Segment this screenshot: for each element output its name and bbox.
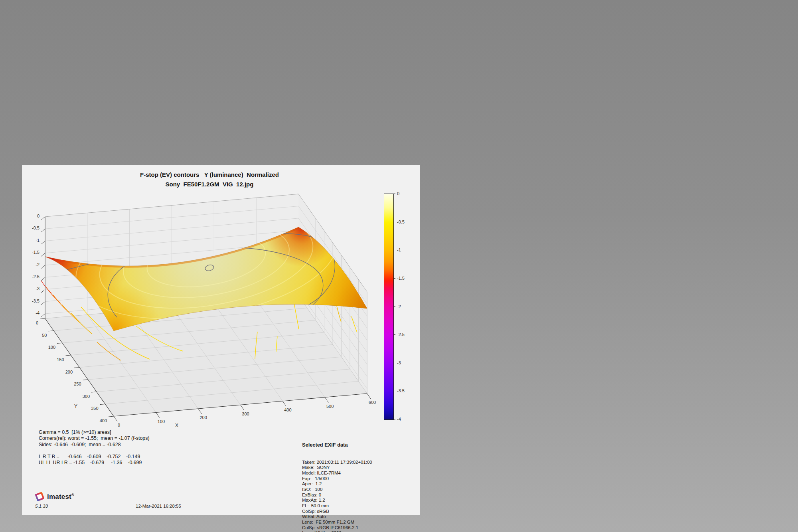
colorbar-gradient (384, 194, 394, 420)
x-tick (198, 409, 202, 414)
imatest-logo: imatest® (35, 492, 74, 501)
exif-lines: Taken: 2021:03:11 17:39:02+01:00 Make: S… (302, 460, 372, 532)
colorbar-tick-label: -3.5 (397, 388, 405, 393)
timestamp-label: 12-Mar-2021 16:28:55 (115, 504, 202, 508)
y-tick-label: 200 (65, 370, 73, 374)
z-tick (41, 217, 45, 220)
z-tick (41, 314, 45, 317)
colorbar-tick-label: -3 (397, 360, 401, 365)
x-tick (325, 398, 328, 403)
version-label: 5.1.33 (35, 504, 48, 508)
y-tick (100, 404, 105, 404)
vignetting-stats-text: Gamma = 0.5 [1% (>=10) areas] Corners(re… (39, 429, 150, 466)
colorbar-tick-label: -2 (397, 304, 401, 309)
y-axis-title: Y (74, 403, 77, 409)
colorbar-tick (393, 334, 395, 335)
x-tick-label: 100 (158, 419, 165, 424)
colorbar-tick (393, 222, 395, 222)
z-tick (41, 241, 45, 245)
chart-title: F-stop (EV) contours Y (luminance) Norma… (22, 170, 397, 189)
chart-title-line1: F-stop (EV) contours Y (luminance) Norma… (140, 171, 279, 178)
y-tick (57, 343, 62, 343)
colorbar-tick (393, 194, 395, 194)
colorbar-tick-label: -2.5 (397, 332, 405, 337)
desktop-background: 0-0.5-1-1.5-2-2.5-3-3.5-4050100150200250… (0, 0, 798, 532)
registered-mark: ® (71, 493, 74, 497)
z-tick (41, 253, 45, 257)
z-tick-label: -1.5 (32, 250, 40, 255)
x-tick-label: 300 (242, 411, 249, 416)
z-tick-label: -4 (36, 310, 40, 315)
chart-title-line2: Sony_FE50F1.2GM_VIG_12.jpg (166, 181, 254, 188)
x-tick-label: 200 (200, 415, 207, 420)
z-tick-label: -2.5 (32, 274, 40, 279)
y-tick-label: 250 (74, 382, 81, 386)
exif-header: Selected EXIF data (302, 441, 372, 449)
x-tick-label: 600 (369, 400, 376, 405)
x-tick-label: 500 (326, 404, 334, 409)
x-tick-label: 0 (118, 423, 120, 427)
colorbar-tick (393, 307, 395, 307)
z-tick-label: -2 (36, 262, 40, 267)
z-tick (41, 302, 45, 305)
y-tick-label: 350 (91, 406, 98, 411)
colorbar-tick (393, 250, 395, 250)
x-tick (367, 394, 371, 399)
exif-panel: Selected EXIF data Taken: 2021:03:11 17:… (302, 430, 372, 532)
z-tick (41, 265, 45, 269)
y-tick (66, 355, 71, 356)
imatest-figure-window: 0-0.5-1-1.5-2-2.5-3-3.5-4050100150200250… (22, 165, 420, 515)
y-tick (40, 318, 45, 319)
z-tick-label: -0.5 (32, 225, 40, 230)
imatest-logo-icon (35, 492, 44, 501)
x-tick (156, 413, 160, 418)
imatest-brand-text: imatest® (47, 493, 74, 501)
colorbar-tick-label: -1 (397, 247, 401, 252)
x-tick (114, 416, 117, 421)
colorbar-tick (393, 391, 395, 391)
y-tick (91, 392, 97, 392)
z-tick (41, 277, 45, 281)
colorbar-tick (393, 363, 395, 363)
y-tick-label: 300 (83, 394, 90, 399)
y-tick-label: 50 (42, 333, 47, 338)
colorbar-tick-label: -1.5 (397, 276, 405, 281)
z-tick (41, 229, 45, 232)
y-tick-label: 400 (100, 418, 107, 423)
z-tick-label: -1 (36, 238, 40, 243)
y-tick-label: 100 (48, 345, 55, 350)
z-tick-label: -3.5 (32, 299, 40, 303)
colorbar-tick (393, 278, 395, 279)
colorbar-tick-label: -0.5 (397, 220, 405, 224)
colorbar-tick (393, 419, 395, 419)
z-tick-label: 0 (37, 214, 40, 218)
y-tick-label: 0 (36, 320, 38, 325)
colorbar-tick-label: 0 (397, 191, 399, 196)
y-tick-label: 150 (57, 357, 64, 362)
colorbar-tick-label: -4 (397, 417, 401, 421)
y-tick (83, 380, 88, 380)
y-tick (49, 331, 54, 331)
x-axis-title: X (175, 423, 178, 428)
z-tick-label: -3 (36, 286, 40, 291)
z-tick (41, 289, 45, 293)
y-tick (109, 416, 114, 417)
x-tick (282, 401, 286, 406)
x-tick-label: 400 (284, 407, 291, 412)
x-tick (241, 405, 244, 410)
y-tick (74, 368, 79, 368)
